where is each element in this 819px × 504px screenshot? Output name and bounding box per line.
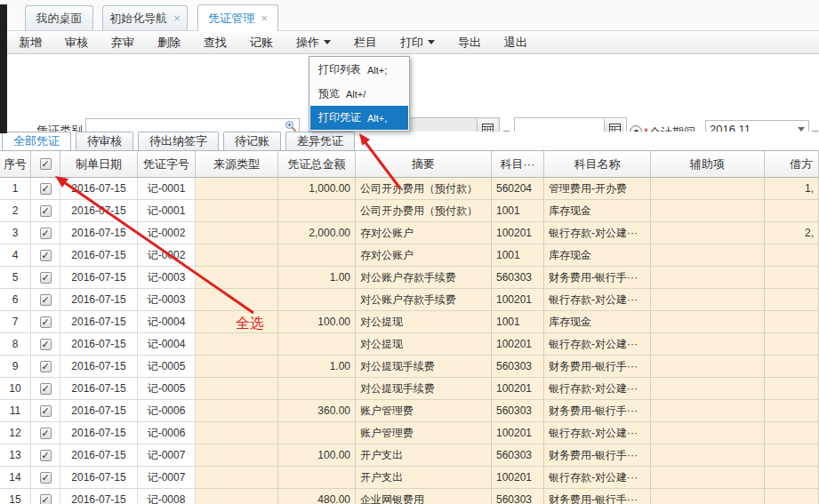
cell-summary: 开户支出 [356,467,492,489]
toolbar-button[interactable]: 查找 [192,35,238,51]
cell-summary: 公司开办费用（预付款） [356,178,492,200]
table-row[interactable]: 14✓2016-07-15记-0007开户支出100201银行存款-对公建··· [0,467,819,489]
cell-acct_name: 银行存款-对公建··· [544,333,651,356]
tab-3[interactable]: 凭证管理× [197,4,278,31]
table-row[interactable]: 8✓2016-07-15记-0004对公提现100201银行存款-对公建··· [0,333,819,356]
chevron-down-icon [324,40,331,44]
cell-acct_code: 100201 [492,333,544,356]
cell-debit [765,422,819,444]
cell-date: 2016-07-15 [60,378,138,400]
table-row[interactable]: 6✓2016-07-15记-0003对公账户存款手续费100201银行存款-对公… [0,289,819,311]
voucher-tab[interactable]: 全部凭证 [2,132,71,150]
menu-item[interactable]: 打印列表Alt+; [310,58,408,82]
cell-debit [765,267,819,289]
menu-item[interactable]: 打印凭证Alt+, [310,106,408,130]
voucher-tab[interactable]: 待审核 [76,132,133,150]
column-header-summary: 摘要 [356,151,492,177]
table-row[interactable]: 2✓2016-07-15记-0001公司开办费用（预付款）1001库存现金 [0,200,819,222]
cell-source [196,178,278,200]
cell-debit [765,356,819,378]
toolbar-button[interactable]: 退出 [493,35,539,51]
cell-source [196,400,278,422]
cell-debit [765,400,819,422]
row-checkbox[interactable]: ✓ [40,472,52,484]
voucher-tab[interactable]: 待记账 [223,132,281,150]
row-checkbox[interactable]: ✓ [40,383,52,395]
row-checkbox[interactable]: ✓ [40,272,52,284]
cell-seq: 1 [0,178,31,200]
tab-1[interactable]: 我的桌面 [25,5,93,30]
cell-check: ✓ [31,200,60,222]
table-row[interactable]: 11✓2016-07-15记-0006360.00账户管理费560303财务费用… [0,400,819,422]
toolbar-button[interactable]: 操作 [285,35,342,51]
cell-voucher_no: 记-0008 [138,489,196,504]
row-checkbox[interactable]: ✓ [40,339,52,350]
row-checkbox[interactable]: ✓ [40,183,52,195]
row-checkbox[interactable]: ✓ [40,250,52,261]
table-row[interactable]: 5✓2016-07-15记-00031.00对公账户存款手续费560303财务费… [0,267,819,289]
cell-aux [651,244,765,267]
row-checkbox[interactable]: ✓ [40,405,52,417]
cell-date: 2016-07-15 [60,467,138,489]
column-header-source: 来源类型 [196,151,278,177]
row-checkbox[interactable]: ✓ [40,316,52,328]
row-checkbox[interactable]: ✓ [40,294,52,306]
cell-check: ✓ [31,378,60,400]
toolbar-button[interactable]: 记账 [238,35,285,51]
table-row[interactable]: 12✓2016-07-15记-0006账户管理费100201银行存款-对公建··… [0,422,819,444]
toolbar-button[interactable]: 审核 [53,35,100,51]
cell-summary: 公司开办费用（预付款） [356,200,492,222]
chevron-down-icon [428,40,435,44]
menu-item[interactable]: 预览Alt+/ [310,82,408,106]
toolbar-button[interactable]: 导出 [446,35,493,51]
toolbar-button[interactable]: 打印 [389,35,446,51]
table-row[interactable]: 9✓2016-07-15记-00051.00对公提现手续费560303财务费用-… [0,356,819,378]
toolbar-button[interactable]: 删除 [146,35,192,51]
cell-aux [651,356,765,378]
table-row[interactable]: 15✓2016-07-15记-0008480.00企业网银费用560303财务费… [0,489,819,504]
cell-total [278,467,356,489]
toolbar-button[interactable]: 弃审 [100,35,146,51]
cell-aux [651,200,765,222]
table-row[interactable]: 1✓2016-07-15记-00011,000.00公司开办费用（预付款）560… [0,178,819,200]
voucher-tab[interactable]: 差异凭证 [285,132,355,150]
cell-source [196,422,278,444]
row-checkbox[interactable]: ✓ [40,494,52,504]
cell-date: 2016-07-15 [60,244,138,267]
toolbar-button-label: 导出 [458,35,481,51]
cell-seq: 7 [0,311,31,333]
row-checkbox[interactable]: ✓ [40,361,52,372]
column-header-voucher_no: 凭证字号 [138,151,196,177]
toolbar-button[interactable]: 新增 [7,35,53,51]
close-icon[interactable]: × [173,14,181,23]
cell-acct_name: 银行存款-对公建··· [544,422,651,444]
cell-date: 2016-07-15 [60,311,138,333]
table-row[interactable]: 7✓2016-07-15记-0004100.00对公提现1001库存现金 [0,311,819,333]
cell-date: 2016-07-15 [60,200,138,222]
cell-aux [651,422,765,444]
table-row[interactable]: 10✓2016-07-15记-0005对公提现手续费100201银行存款-对公建… [0,378,819,400]
cell-summary: 企业网银费用 [356,489,492,504]
cell-check: ✓ [31,467,60,489]
cell-seq: 10 [0,378,31,400]
close-icon[interactable]: × [261,14,268,23]
cell-seq: 13 [0,444,31,467]
table-row[interactable]: 13✓2016-07-15记-0007100.00开户支出560303财务费用-… [0,444,819,467]
table-row[interactable]: 4✓2016-07-15记-0002存对公账户1001库存现金 [0,244,819,267]
row-checkbox[interactable]: ✓ [40,450,52,461]
cell-source [196,378,278,400]
table-row[interactable]: 3✓2016-07-15记-00022,000.00存对公账户100201银行存… [0,222,819,244]
voucher-tab[interactable]: 待出纳签字 [138,132,219,150]
row-checkbox[interactable]: ✓ [40,205,52,217]
cell-check: ✓ [31,222,60,244]
toolbar-button-label: 打印 [400,35,423,51]
toolbar-button[interactable]: 栏目 [342,35,389,51]
column-header-aux: 辅助项 [651,151,765,177]
cell-total [278,200,356,222]
cell-aux [651,267,765,289]
row-checkbox[interactable]: ✓ [40,428,52,439]
cell-acct_code: 560303 [492,356,544,378]
select-all-checkbox[interactable]: ✓ [40,158,52,170]
row-checkbox[interactable]: ✓ [40,228,52,239]
tab-2[interactable]: 初始化导航× [102,5,188,30]
